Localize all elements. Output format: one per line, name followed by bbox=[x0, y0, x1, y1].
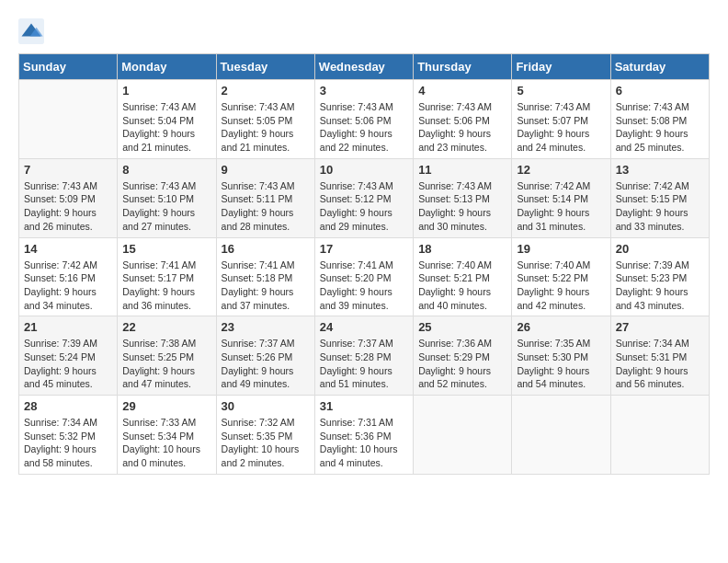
day-number: 8 bbox=[122, 163, 210, 177]
page-header bbox=[18, 18, 710, 44]
calendar-cell: 5Sunrise: 7:43 AM Sunset: 5:07 PM Daylig… bbox=[512, 80, 610, 159]
day-info: Sunrise: 7:43 AM Sunset: 5:04 PM Dayligh… bbox=[122, 100, 210, 155]
day-number: 2 bbox=[222, 84, 310, 98]
calendar-table: SundayMondayTuesdayWednesdayThursdayFrid… bbox=[18, 53, 710, 475]
day-number: 1 bbox=[122, 84, 210, 98]
calendar-cell: 19Sunrise: 7:40 AM Sunset: 5:22 PM Dayli… bbox=[512, 237, 610, 316]
calendar-week-row: 21Sunrise: 7:39 AM Sunset: 5:24 PM Dayli… bbox=[19, 316, 710, 396]
day-number: 14 bbox=[24, 242, 112, 256]
calendar-cell: 18Sunrise: 7:40 AM Sunset: 5:21 PM Dayli… bbox=[414, 237, 512, 316]
day-info: Sunrise: 7:39 AM Sunset: 5:23 PM Dayligh… bbox=[616, 259, 704, 313]
calendar-cell: 8Sunrise: 7:43 AM Sunset: 5:10 PM Daylig… bbox=[118, 158, 216, 237]
calendar-cell: 25Sunrise: 7:36 AM Sunset: 5:29 PM Dayli… bbox=[414, 316, 512, 396]
calendar-cell: 27Sunrise: 7:34 AM Sunset: 5:31 PM Dayli… bbox=[610, 316, 709, 396]
day-info: Sunrise: 7:33 AM Sunset: 5:34 PM Dayligh… bbox=[122, 416, 210, 470]
calendar-header-row: SundayMondayTuesdayWednesdayThursdayFrid… bbox=[19, 54, 710, 80]
day-info: Sunrise: 7:41 AM Sunset: 5:18 PM Dayligh… bbox=[222, 259, 310, 313]
day-number: 11 bbox=[418, 163, 506, 177]
day-number: 21 bbox=[24, 320, 112, 334]
day-number: 15 bbox=[122, 242, 210, 256]
calendar-day-header: Wednesday bbox=[314, 54, 413, 80]
calendar-cell: 2Sunrise: 7:43 AM Sunset: 5:05 PM Daylig… bbox=[216, 80, 314, 159]
calendar-week-row: 14Sunrise: 7:42 AM Sunset: 5:16 PM Dayli… bbox=[19, 237, 710, 316]
day-info: Sunrise: 7:37 AM Sunset: 5:26 PM Dayligh… bbox=[222, 337, 310, 391]
day-number: 22 bbox=[122, 320, 210, 334]
calendar-cell: 29Sunrise: 7:33 AM Sunset: 5:34 PM Dayli… bbox=[118, 396, 216, 475]
calendar-week-row: 1Sunrise: 7:43 AM Sunset: 5:04 PM Daylig… bbox=[19, 80, 710, 159]
day-info: Sunrise: 7:43 AM Sunset: 5:08 PM Dayligh… bbox=[616, 100, 704, 155]
calendar-week-row: 7Sunrise: 7:43 AM Sunset: 5:09 PM Daylig… bbox=[19, 158, 710, 237]
day-number: 7 bbox=[24, 163, 112, 177]
calendar-body: 1Sunrise: 7:43 AM Sunset: 5:04 PM Daylig… bbox=[19, 80, 710, 475]
calendar-day-header: Sunday bbox=[19, 54, 118, 80]
calendar-cell: 28Sunrise: 7:34 AM Sunset: 5:32 PM Dayli… bbox=[19, 396, 118, 475]
day-number: 26 bbox=[517, 320, 605, 334]
calendar-day-header: Saturday bbox=[610, 54, 709, 80]
calendar-cell bbox=[512, 396, 610, 475]
day-number: 28 bbox=[24, 399, 112, 413]
calendar-day-header: Thursday bbox=[414, 54, 512, 80]
day-info: Sunrise: 7:34 AM Sunset: 5:32 PM Dayligh… bbox=[24, 416, 112, 470]
day-number: 31 bbox=[320, 399, 408, 413]
calendar-cell: 14Sunrise: 7:42 AM Sunset: 5:16 PM Dayli… bbox=[19, 237, 118, 316]
day-info: Sunrise: 7:36 AM Sunset: 5:29 PM Dayligh… bbox=[418, 337, 506, 391]
day-info: Sunrise: 7:40 AM Sunset: 5:21 PM Dayligh… bbox=[418, 259, 506, 313]
day-number: 5 bbox=[517, 84, 605, 98]
calendar-cell: 30Sunrise: 7:32 AM Sunset: 5:35 PM Dayli… bbox=[216, 396, 314, 475]
calendar-day-header: Tuesday bbox=[216, 54, 314, 80]
day-number: 3 bbox=[320, 84, 408, 98]
day-number: 24 bbox=[320, 320, 408, 334]
calendar-cell: 11Sunrise: 7:43 AM Sunset: 5:13 PM Dayli… bbox=[414, 158, 512, 237]
calendar-cell: 7Sunrise: 7:43 AM Sunset: 5:09 PM Daylig… bbox=[19, 158, 118, 237]
day-info: Sunrise: 7:43 AM Sunset: 5:09 PM Dayligh… bbox=[24, 179, 112, 234]
calendar-cell: 13Sunrise: 7:42 AM Sunset: 5:15 PM Dayli… bbox=[610, 158, 709, 237]
day-number: 18 bbox=[418, 242, 506, 256]
calendar-day-header: Monday bbox=[118, 54, 216, 80]
calendar-week-row: 28Sunrise: 7:34 AM Sunset: 5:32 PM Dayli… bbox=[19, 396, 710, 475]
day-number: 10 bbox=[320, 163, 408, 177]
day-info: Sunrise: 7:37 AM Sunset: 5:28 PM Dayligh… bbox=[320, 337, 408, 391]
day-info: Sunrise: 7:43 AM Sunset: 5:07 PM Dayligh… bbox=[517, 100, 605, 155]
calendar-cell: 4Sunrise: 7:43 AM Sunset: 5:06 PM Daylig… bbox=[414, 80, 512, 159]
calendar-cell: 15Sunrise: 7:41 AM Sunset: 5:17 PM Dayli… bbox=[118, 237, 216, 316]
day-info: Sunrise: 7:41 AM Sunset: 5:20 PM Dayligh… bbox=[320, 259, 408, 313]
day-info: Sunrise: 7:42 AM Sunset: 5:15 PM Dayligh… bbox=[616, 179, 704, 234]
calendar-cell: 23Sunrise: 7:37 AM Sunset: 5:26 PM Dayli… bbox=[216, 316, 314, 396]
calendar-cell: 16Sunrise: 7:41 AM Sunset: 5:18 PM Dayli… bbox=[216, 237, 314, 316]
day-number: 16 bbox=[222, 242, 310, 256]
day-number: 30 bbox=[222, 399, 310, 413]
day-number: 23 bbox=[222, 320, 310, 334]
day-number: 25 bbox=[418, 320, 506, 334]
day-number: 27 bbox=[616, 320, 704, 334]
calendar-cell: 12Sunrise: 7:42 AM Sunset: 5:14 PM Dayli… bbox=[512, 158, 610, 237]
day-info: Sunrise: 7:34 AM Sunset: 5:31 PM Dayligh… bbox=[616, 337, 704, 391]
day-number: 29 bbox=[122, 399, 210, 413]
calendar-cell: 31Sunrise: 7:31 AM Sunset: 5:36 PM Dayli… bbox=[314, 396, 413, 475]
day-info: Sunrise: 7:43 AM Sunset: 5:12 PM Dayligh… bbox=[320, 179, 408, 234]
day-number: 4 bbox=[418, 84, 506, 98]
day-info: Sunrise: 7:31 AM Sunset: 5:36 PM Dayligh… bbox=[320, 416, 408, 470]
day-info: Sunrise: 7:38 AM Sunset: 5:25 PM Dayligh… bbox=[122, 337, 210, 391]
calendar-cell: 1Sunrise: 7:43 AM Sunset: 5:04 PM Daylig… bbox=[118, 80, 216, 159]
day-info: Sunrise: 7:43 AM Sunset: 5:10 PM Dayligh… bbox=[122, 179, 210, 234]
day-number: 19 bbox=[517, 242, 605, 256]
day-number: 20 bbox=[616, 242, 704, 256]
day-info: Sunrise: 7:43 AM Sunset: 5:06 PM Dayligh… bbox=[320, 100, 408, 155]
logo bbox=[18, 18, 48, 44]
day-info: Sunrise: 7:43 AM Sunset: 5:06 PM Dayligh… bbox=[418, 100, 506, 155]
calendar-cell: 21Sunrise: 7:39 AM Sunset: 5:24 PM Dayli… bbox=[19, 316, 118, 396]
calendar-cell bbox=[610, 396, 709, 475]
calendar-cell: 26Sunrise: 7:35 AM Sunset: 5:30 PM Dayli… bbox=[512, 316, 610, 396]
calendar-cell: 22Sunrise: 7:38 AM Sunset: 5:25 PM Dayli… bbox=[118, 316, 216, 396]
day-info: Sunrise: 7:43 AM Sunset: 5:11 PM Dayligh… bbox=[222, 179, 310, 234]
day-info: Sunrise: 7:42 AM Sunset: 5:16 PM Dayligh… bbox=[24, 259, 112, 313]
calendar-cell bbox=[19, 80, 118, 159]
day-number: 17 bbox=[320, 242, 408, 256]
calendar-cell: 17Sunrise: 7:41 AM Sunset: 5:20 PM Dayli… bbox=[314, 237, 413, 316]
day-number: 6 bbox=[616, 84, 704, 98]
day-info: Sunrise: 7:43 AM Sunset: 5:05 PM Dayligh… bbox=[222, 100, 310, 155]
day-info: Sunrise: 7:39 AM Sunset: 5:24 PM Dayligh… bbox=[24, 337, 112, 391]
calendar-cell: 3Sunrise: 7:43 AM Sunset: 5:06 PM Daylig… bbox=[314, 80, 413, 159]
day-info: Sunrise: 7:40 AM Sunset: 5:22 PM Dayligh… bbox=[517, 259, 605, 313]
calendar-cell bbox=[414, 396, 512, 475]
